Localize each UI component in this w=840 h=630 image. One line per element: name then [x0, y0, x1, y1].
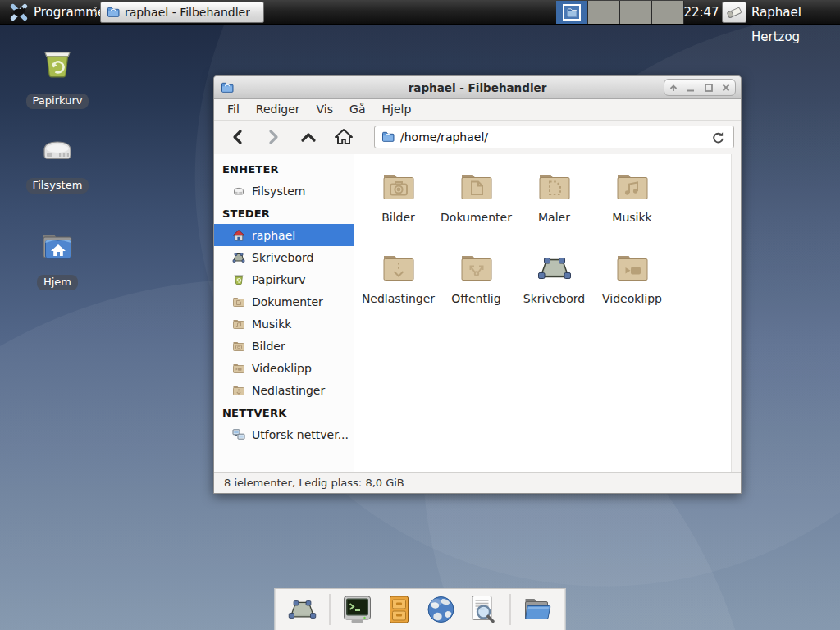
- sidebar-item-label: Nedlastinger: [252, 384, 325, 397]
- terminal-launcher[interactable]: [340, 592, 375, 627]
- session-action-button[interactable]: [722, 2, 746, 23]
- folder-music-icon: [232, 317, 245, 331]
- desktop-icon: [232, 251, 245, 264]
- close-button[interactable]: [719, 80, 733, 95]
- window-titlebar[interactable]: raphael - Filbehandler: [214, 76, 741, 99]
- drive-icon: [232, 185, 245, 198]
- desktop-icon-filesystem[interactable]: Filsystem: [18, 130, 97, 194]
- file-view[interactable]: Bilder: [354, 154, 741, 472]
- file-cabinet-launcher[interactable]: [382, 592, 417, 627]
- trash-icon: [232, 273, 245, 286]
- path-bar[interactable]: [374, 126, 734, 148]
- file-label: Musikk: [612, 211, 651, 224]
- file-item-nedlastinger[interactable]: Nedlastinger: [361, 249, 436, 330]
- menubar: Fil Rediger Vis Gå Hjelp: [214, 99, 741, 121]
- home-button[interactable]: [330, 125, 358, 149]
- sidebar-item-filesystem[interactable]: Filsystem: [214, 180, 354, 202]
- path-input[interactable]: [400, 130, 703, 144]
- window-title: raphael - Filbehandler: [214, 76, 741, 99]
- network-icon: [232, 428, 245, 441]
- file-label: Dokumenter: [441, 211, 512, 224]
- directory-menu-button[interactable]: [521, 592, 555, 627]
- workspace-switcher: [556, 1, 684, 24]
- folder-downloads-icon: [232, 384, 245, 397]
- sidebar-item-skrivebord[interactable]: Skrivebord: [214, 246, 354, 268]
- file-item-offentlig[interactable]: Offentlig: [439, 249, 514, 330]
- file-label: Videoklipp: [602, 292, 662, 305]
- folder-pictures-icon: [379, 167, 418, 207]
- desktop-icon-label: Papirkurv: [26, 94, 89, 109]
- sidebar-item-label: Musikk: [252, 317, 291, 331]
- folder-downloads-icon: [379, 249, 418, 288]
- sidebar-item-musikk[interactable]: Musikk: [214, 313, 354, 335]
- forward-button[interactable]: [259, 125, 287, 149]
- show-desktop-button[interactable]: [285, 592, 320, 627]
- vertical-scrollbar[interactable]: [731, 154, 741, 472]
- desktop-icon: [535, 249, 574, 288]
- sidebar-item-label: Papirkurv: [252, 273, 306, 286]
- menu-view[interactable]: Vis: [308, 99, 341, 120]
- desktop-icon-label: Filsystem: [26, 178, 89, 194]
- sidebar-item-label: Skrivebord: [252, 251, 313, 264]
- bottom-dock: [275, 588, 566, 630]
- file-label: Skrivebord: [523, 292, 585, 305]
- top-panel: Programmer raphael - Filbehandler: [0, 0, 840, 25]
- sidebar-item-raphael[interactable]: raphael: [214, 224, 354, 246]
- desktop-icon-label: Hjem: [37, 275, 78, 290]
- reload-button[interactable]: [709, 128, 727, 146]
- minimize-button[interactable]: [683, 80, 698, 95]
- sidebar-item-bilder[interactable]: Bilder: [214, 335, 354, 357]
- sidebar-item-nedlastinger[interactable]: Nedlastinger: [214, 379, 354, 401]
- shade-button[interactable]: [666, 80, 681, 95]
- workspace-3[interactable]: [620, 1, 651, 24]
- file-item-bilder[interactable]: Bilder: [361, 167, 436, 249]
- file-manager-window: raphael - Filbehandler Fil Rediger Vis: [213, 75, 742, 494]
- sidebar-item-videoklipp[interactable]: Videoklipp: [214, 357, 354, 379]
- sidebar-header-places: STEDER: [214, 202, 354, 224]
- window-body: ENHETER Filsystem STEDER: [214, 154, 741, 472]
- menu-edit[interactable]: Rediger: [248, 99, 308, 120]
- desktop-icon-home[interactable]: Hjem: [18, 226, 97, 290]
- sidebar-item-network[interactable]: Utforsk nettver...: [214, 423, 354, 445]
- folder-public-icon: [457, 249, 496, 288]
- file-item-skrivebord[interactable]: Skrivebord: [517, 249, 592, 330]
- search-files-launcher[interactable]: [466, 592, 500, 627]
- sidebar-header-devices: ENHETER: [214, 158, 354, 180]
- trash-icon: [38, 45, 77, 84]
- sidebar-item-papirkurv[interactable]: Papirkurv: [214, 268, 354, 290]
- folder-documents-icon: [457, 167, 496, 207]
- menu-go[interactable]: Gå: [341, 99, 373, 120]
- file-manager-window-icon: [221, 81, 234, 94]
- xfce-logo-icon: [10, 3, 28, 21]
- file-item-dokumenter[interactable]: Dokumenter: [439, 167, 514, 249]
- dock-separator: [510, 594, 511, 625]
- file-item-videoklipp[interactable]: Videoklipp: [595, 249, 670, 330]
- file-item-maler[interactable]: Maler: [517, 167, 592, 249]
- web-browser-launcher[interactable]: [424, 592, 459, 627]
- sidebar-header-network: NETTVERK: [214, 401, 354, 423]
- tasklist-grip[interactable]: [94, 6, 98, 19]
- file-label: Maler: [538, 211, 570, 224]
- sidebar-item-label: Bilder: [252, 340, 285, 353]
- sidebar-item-label: Utforsk nettver...: [252, 428, 349, 441]
- applications-menu-label: Programmer: [34, 5, 110, 20]
- folder-documents-icon: [232, 295, 245, 308]
- menu-file[interactable]: Fil: [219, 99, 248, 120]
- taskbar-window-button[interactable]: raphael - Filbehandler: [100, 2, 264, 23]
- statusbar-text: 8 ielementer, Ledig plass: 8,0 GiB: [224, 477, 404, 489]
- back-button[interactable]: [224, 125, 252, 149]
- workspace-4[interactable]: [652, 1, 683, 24]
- maximize-button[interactable]: [701, 80, 716, 95]
- applications-menu-button[interactable]: Programmer: [5, 0, 115, 25]
- up-button[interactable]: [294, 125, 322, 149]
- workspace-2[interactable]: [588, 1, 619, 24]
- workspace-1[interactable]: [556, 1, 587, 24]
- sidebar-item-dokumenter[interactable]: Dokumenter: [214, 290, 354, 313]
- current-folder-icon: [381, 130, 395, 144]
- menu-help[interactable]: Hjelp: [373, 99, 419, 120]
- file-item-musikk[interactable]: Musikk: [595, 167, 670, 249]
- desktop-icon-trash[interactable]: Papirkurv: [18, 45, 97, 109]
- toolbar: [214, 121, 741, 153]
- file-label: Nedlastinger: [362, 292, 435, 305]
- file-manager-window-icon: [107, 6, 120, 19]
